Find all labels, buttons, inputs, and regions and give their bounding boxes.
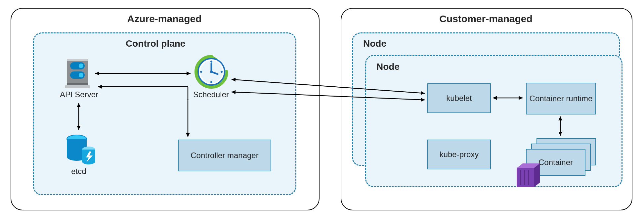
svg-rect-7 [65,85,90,88]
svg-point-14 [200,71,202,73]
box-container-label: Container [538,158,573,167]
svg-rect-1 [67,59,88,61]
svg-marker-27 [517,168,534,187]
box-kubelet-label: kubelet [446,94,472,103]
svg-point-4 [79,64,83,68]
api-server-icon [64,58,91,89]
svg-point-12 [221,71,223,73]
box-kube-proxy-label: kube-proxy [440,150,479,159]
etcd-icon [65,132,97,165]
api-server-label: API Server [58,90,101,99]
box-container-runtime-label: Container runtime [530,94,593,104]
box-controller-manager-label: Controller manager [191,151,258,160]
box-controller-manager: Controller manager [178,140,271,171]
etcd-label: etcd [69,167,89,176]
svg-rect-2 [67,83,88,85]
scheduler-label: Scheduler [191,90,231,99]
box-container-runtime: Container runtime [526,83,596,114]
scheduler-icon [194,55,228,89]
box-kubelet: kubelet [427,83,491,113]
container-cube-icon [511,161,542,190]
svg-point-6 [79,73,83,77]
svg-point-11 [210,61,212,63]
box-kube-proxy: kube-proxy [427,140,491,169]
svg-point-17 [210,70,213,73]
svg-point-13 [210,81,212,83]
